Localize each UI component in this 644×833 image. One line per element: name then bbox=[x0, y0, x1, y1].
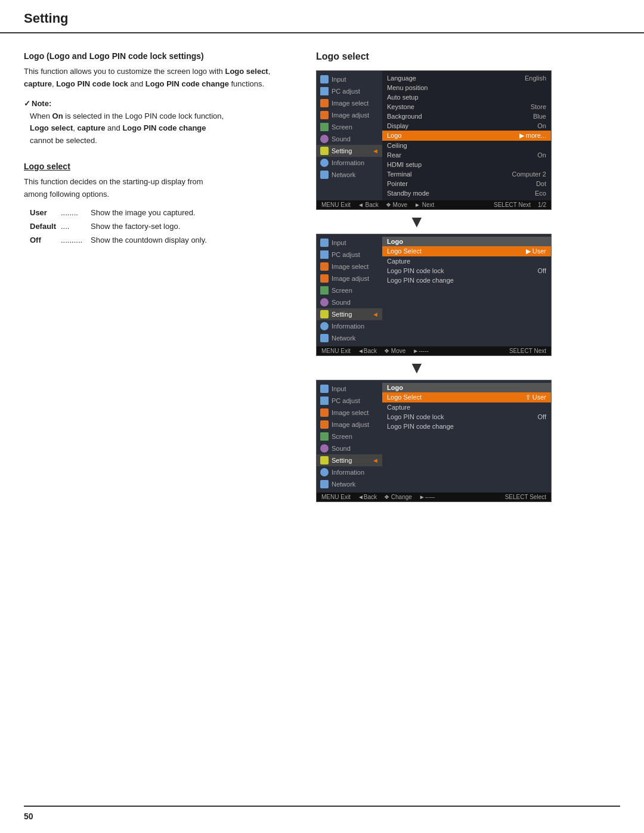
setting-icon bbox=[320, 147, 329, 155]
sidebar-3-input: Input bbox=[317, 383, 382, 395]
panel-row-pointer: Pointer Dot bbox=[382, 179, 551, 188]
sub-header-3: Logo bbox=[382, 383, 551, 392]
menu-sidebar-1: Input PC adjust Image select Image adjus… bbox=[317, 71, 382, 200]
page-footer: 50 bbox=[24, 806, 620, 821]
screen-icon-2 bbox=[320, 286, 329, 295]
pc-icon-3 bbox=[320, 397, 329, 405]
panel-row-display: Display On bbox=[382, 121, 551, 131]
sub-header-2: Logo bbox=[382, 237, 551, 246]
note-block: Note: When On is selected in the Logo PI… bbox=[24, 99, 298, 147]
setting-icon-3 bbox=[320, 456, 329, 465]
panel-row-language: Language English bbox=[382, 73, 551, 83]
sidebar-3-pc: PC adjust bbox=[317, 395, 382, 407]
sidebar-pc-adjust: PC adjust bbox=[317, 85, 382, 97]
network-icon bbox=[320, 171, 329, 179]
sidebar-image-adjust: Image adjust bbox=[317, 109, 382, 121]
page-title: Setting bbox=[24, 11, 620, 26]
menu-screen-3: Input PC adjust Image select Image adjus… bbox=[316, 380, 552, 502]
main-desc-1: This function allows you to customize th… bbox=[24, 66, 298, 91]
image-adjust-icon-3 bbox=[320, 420, 329, 429]
info-icon-2 bbox=[320, 322, 329, 330]
image-adjust-icon bbox=[320, 111, 329, 119]
sidebar-2-pc: PC adjust bbox=[317, 249, 382, 261]
option-off: Off .......... Show the countdown displa… bbox=[30, 233, 298, 247]
sound-icon-3 bbox=[320, 444, 329, 453]
screen-icon bbox=[320, 123, 329, 131]
sub-row-pin-change: Logo PIN code change bbox=[382, 275, 551, 285]
left-column: Logo (Logo and Logo PIN code lock settin… bbox=[24, 51, 298, 506]
sidebar-3-network: Network bbox=[317, 478, 382, 490]
info-icon bbox=[320, 159, 329, 167]
sidebar-sound: Sound bbox=[317, 133, 382, 145]
main-section-title: Logo (Logo and Logo PIN code lock settin… bbox=[24, 51, 298, 61]
setting-icon-2 bbox=[320, 310, 329, 318]
right-column: Logo select Input PC adjust Image bbox=[316, 51, 620, 506]
down-arrow-icon-2: ▼ bbox=[408, 360, 425, 376]
sidebar-2-input: Input bbox=[317, 237, 382, 249]
panel-row-logo: Logo ▶ more... bbox=[382, 131, 551, 141]
page-number: 50 bbox=[24, 812, 33, 821]
menu-footer-3: MENU Exit ◄Back ❖ Change ►----- SELECT S… bbox=[317, 493, 551, 501]
panel-row-menu-pos: Menu position bbox=[382, 83, 551, 92]
info-icon-3 bbox=[320, 468, 329, 476]
pc-icon-2 bbox=[320, 250, 329, 259]
menu-sidebar-2: Input PC adjust Image select Image adjus… bbox=[317, 234, 382, 346]
input-icon-2 bbox=[320, 239, 329, 247]
sidebar-3-setting: Setting ◄ bbox=[317, 454, 382, 466]
sidebar-information: Information bbox=[317, 157, 382, 169]
panel-row-terminal: Terminal Computer 2 bbox=[382, 169, 551, 179]
logo-select-desc: This function decides on the starting-up… bbox=[24, 176, 298, 201]
image-select-icon-2 bbox=[320, 262, 329, 271]
pc-icon bbox=[320, 87, 329, 95]
panel-row-background: Background Blue bbox=[382, 112, 551, 121]
option-default: Default .... Show the factory-set logo. bbox=[30, 219, 298, 233]
logo-select-section: Logo select This function decides on the… bbox=[24, 162, 298, 247]
sub-row-3-pin-change: Logo PIN code change bbox=[382, 422, 551, 431]
option-user: User ........ Show the image you capture… bbox=[30, 206, 298, 219]
panel-row-auto-setup: Auto setup bbox=[382, 92, 551, 102]
network-icon-3 bbox=[320, 480, 329, 488]
screen-icon-3 bbox=[320, 432, 329, 441]
sidebar-image-select: Image select bbox=[317, 97, 382, 109]
sidebar-2-info: Information bbox=[317, 320, 382, 332]
sound-icon bbox=[320, 135, 329, 143]
image-select-icon-3 bbox=[320, 408, 329, 417]
menu-sub-panel-3: Logo Logo Select ⇧ User Capture Logo PIN… bbox=[382, 380, 551, 493]
panel-row-standby: Standby mode Eco bbox=[382, 188, 551, 198]
menu-screen-1: Input PC adjust Image select Image adjus… bbox=[316, 70, 552, 210]
menu-screen-2: Input PC adjust Image select Image adjus… bbox=[316, 234, 552, 356]
sidebar-2-image-select: Image select bbox=[317, 261, 382, 272]
sidebar-2-setting: Setting ◄ bbox=[317, 308, 382, 320]
network-icon-2 bbox=[320, 334, 329, 342]
sidebar-3-sound: Sound bbox=[317, 442, 382, 454]
sidebar-input: Input bbox=[317, 73, 382, 85]
sub-row-capture: Capture bbox=[382, 256, 551, 266]
panel-row-keystone: Keystone Store bbox=[382, 102, 551, 112]
sidebar-3-image-select: Image select bbox=[317, 407, 382, 419]
arrow-down-2: ▼ bbox=[316, 360, 620, 376]
sub-row-3-capture: Capture bbox=[382, 402, 551, 412]
sub-row-logo-select: Logo Select ▶ User bbox=[382, 246, 551, 256]
image-adjust-icon-2 bbox=[320, 274, 329, 283]
sidebar-screen: Screen bbox=[317, 121, 382, 133]
input-icon bbox=[320, 75, 329, 83]
down-arrow-icon: ▼ bbox=[408, 213, 425, 230]
sub-row-pin-lock: Logo PIN code lock Off bbox=[382, 266, 551, 275]
sidebar-network: Network bbox=[317, 169, 382, 181]
sound-icon-2 bbox=[320, 298, 329, 306]
sub-row-3-pin-lock: Logo PIN code lock Off bbox=[382, 412, 551, 422]
panel-row-hdmi: HDMI setup bbox=[382, 160, 551, 169]
image-select-icon bbox=[320, 99, 329, 107]
option-list: User ........ Show the image you capture… bbox=[24, 206, 298, 247]
sidebar-setting-active: Setting ◄ bbox=[317, 145, 382, 157]
sidebar-2-sound: Sound bbox=[317, 296, 382, 308]
sidebar-3-info: Information bbox=[317, 466, 382, 478]
sidebar-2-image-adjust: Image adjust bbox=[317, 272, 382, 284]
note-label: Note: bbox=[24, 99, 298, 108]
sidebar-3-image-adjust: Image adjust bbox=[317, 419, 382, 431]
sidebar-3-screen: Screen bbox=[317, 431, 382, 442]
sub-row-3-logo-select: Logo Select ⇧ User bbox=[382, 392, 551, 402]
page-header: Setting bbox=[0, 0, 644, 33]
panel-row-rear: Rear On bbox=[382, 150, 551, 160]
panel-row-ceiling: Ceiling bbox=[382, 141, 551, 150]
